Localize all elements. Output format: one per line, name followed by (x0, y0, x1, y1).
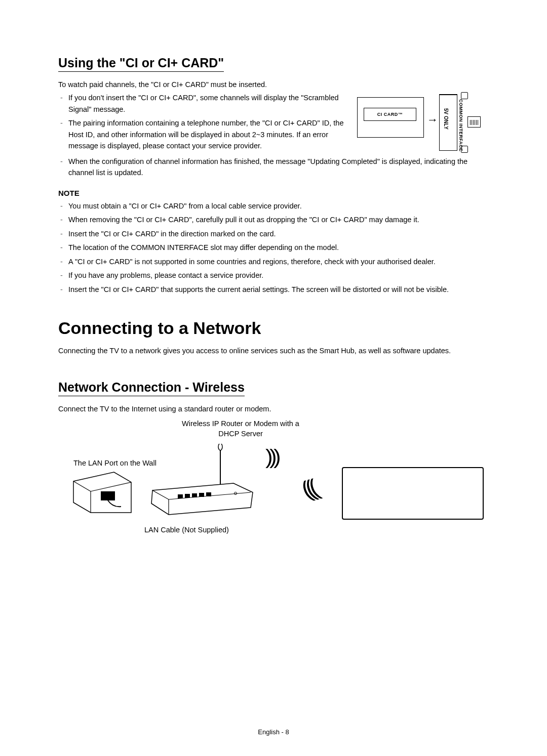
list-item: Insert the "CI or CI+ CARD" in the direc… (68, 228, 489, 239)
section-heading-wireless: Network Connection - Wireless (58, 380, 245, 396)
svg-rect-9 (185, 494, 190, 498)
wireless-intro: Connect the TV to the Internet using a s… (58, 403, 489, 414)
wall-port-label: The LAN Port on the Wall (73, 459, 157, 467)
ci-card-diagram: CI CARD™ → 5V ONLY COMMON INTERFACE (357, 94, 489, 155)
list-item: Insert the "CI or CI+ CARD" that support… (68, 284, 489, 295)
section-heading-ci-card: Using the "CI or CI+ CARD" (58, 56, 224, 72)
wifi-wave-out-icon: ))) (265, 446, 278, 469)
list-item: The pairing information containing a tel… (68, 117, 347, 151)
svg-rect-10 (192, 493, 197, 497)
ci-bullets-a: If you don't insert the "CI or CI+ CARD"… (58, 92, 347, 151)
ci-card-outline: CI CARD™ (357, 97, 424, 138)
list-item: When the configuration of channel inform… (68, 156, 489, 179)
svg-rect-4 (101, 491, 115, 500)
lan-cable-label: LAN Cable (Not Supplied) (144, 526, 229, 534)
connecting-intro: Connecting the TV to a network gives you… (58, 345, 489, 356)
wireless-diagram: Wireless IP Router or Modem with a DHCP … (58, 418, 489, 535)
ci-card-row: To watch paid channels, the "CI or CI+ C… (58, 79, 489, 155)
ci-intro: To watch paid channels, the "CI or CI+ C… (58, 79, 347, 90)
list-item: A "CI or CI+ CARD" is not supported in s… (68, 256, 489, 267)
list-item: If you don't insert the "CI or CI+ CARD"… (68, 92, 347, 115)
list-item: You must obtain a "CI or CI+ CARD" from … (68, 200, 489, 212)
tv-icon (342, 467, 484, 520)
router-label: Wireless IP Router or Modem with a DHCP … (175, 418, 306, 439)
note-heading: NOTE (58, 189, 489, 197)
ci-slot-common-interface-label: COMMON INTERFACE (458, 99, 463, 152)
ci-card-label: CI CARD™ (364, 108, 416, 121)
wall-plate-icon (72, 471, 132, 514)
ci-slot-5v-label: 5V ONLY (443, 108, 449, 130)
section-heading-connecting: Connecting to a Network (58, 318, 489, 338)
arrow-right-icon: → (427, 113, 438, 127)
list-item: When removing the "CI or CI+ CARD", care… (68, 214, 489, 225)
svg-rect-12 (206, 492, 211, 496)
list-item: The location of the COMMON INTERFACE slo… (68, 242, 489, 253)
page-footer: English - 8 (0, 728, 547, 736)
svg-rect-11 (199, 493, 204, 497)
ci-bullets-b: When the configuration of channel inform… (58, 156, 489, 179)
ci-connector-icon (467, 116, 481, 128)
note-bullets: You must obtain a "CI or CI+ CARD" from … (58, 200, 489, 295)
list-item: If you have any problems, please contact… (68, 270, 489, 281)
wifi-wave-in-icon: ))) (303, 473, 321, 502)
svg-rect-8 (178, 494, 183, 498)
svg-point-6 (218, 444, 222, 450)
router-icon (149, 444, 256, 520)
